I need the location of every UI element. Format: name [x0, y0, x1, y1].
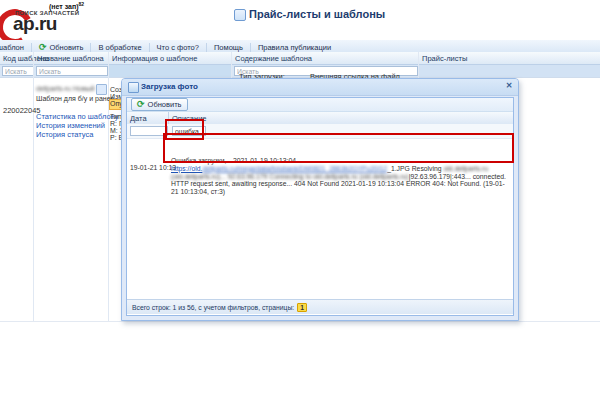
template-subtitle: Шаблон для б/у и ранее: [36, 95, 114, 102]
page-title: Прайс-листы и шаблоны: [249, 8, 385, 20]
log-text: _1.JPG Resolving: [387, 165, 443, 172]
link-change-history[interactable]: История изменений: [36, 121, 105, 130]
toolbar-separator: [90, 43, 91, 52]
modal-title: Загрузка фото: [141, 82, 198, 91]
footer-summary: Всего строк: 1 из 56, с учетом фильтров,…: [132, 304, 294, 311]
filter-input-code[interactable]: [2, 66, 34, 76]
toolbar-button-label: В обработке: [98, 43, 141, 52]
column-header-name[interactable]: Название шаблона: [37, 54, 104, 63]
template-code: 220022045: [3, 106, 41, 115]
toolbar-separator: [206, 43, 207, 52]
toolbar-button-label: Обновить: [49, 43, 83, 52]
column-divider: [33, 52, 34, 321]
toolbar-button-label: шаблон: [0, 43, 24, 52]
annotation-error-highlight: [163, 133, 514, 163]
page-number-badge[interactable]: 1: [297, 303, 307, 312]
filter-input-name[interactable]: [36, 66, 108, 76]
modal-refresh-label: Обновить: [148, 100, 182, 109]
column-header-pricelists[interactable]: Прайс-листы: [422, 54, 467, 63]
filter-cell-info: [109, 65, 231, 77]
link-template-statistics[interactable]: Статистика по шаблону: [36, 112, 118, 121]
counter-sup: 82: [79, 1, 85, 7]
photo-upload-modal: Загрузка фото ✕ ⟳ Обновить Дата Описание…: [121, 78, 519, 321]
brand-logo-text[interactable]: ap.ru: [13, 13, 57, 35]
column-header-info[interactable]: Информация о шаблоне: [112, 54, 197, 63]
content-bottom-divider: [0, 321, 600, 322]
modal-toolbar: ⟳ Обновить: [127, 98, 513, 112]
link-status-history[interactable]: История статуса: [36, 130, 93, 139]
column-header-content[interactable]: Содержание шаблона: [235, 54, 312, 63]
app-screen: ПОИСК ЗАПЧАСТЕЙ ap.ru (нет зап)82 Прайс-…: [0, 0, 600, 400]
brand-counter: (нет зап)82: [49, 1, 84, 10]
filter-cell-pricelists: [419, 65, 600, 77]
counter-text: (нет зап): [49, 3, 79, 10]
edit-icon[interactable]: [96, 84, 107, 95]
refresh-icon: ⟳: [137, 101, 145, 108]
grid-header: Код шаблона Название шаблона Информация …: [0, 52, 600, 65]
toolbar-button-label: Правила публикации: [258, 43, 331, 52]
modal-footer: Всего строк: 1 из 56, с учетом фильтров,…: [127, 299, 513, 314]
column-divider: [108, 52, 109, 321]
close-icon[interactable]: ✕: [504, 81, 514, 91]
photo-icon: [128, 82, 139, 93]
pricelists-icon: [234, 9, 246, 21]
log-link[interactable]: https://old.: [171, 165, 202, 172]
modal-column-date[interactable]: Дата: [130, 114, 147, 123]
log-row-date: 19-01-21 10:13: [130, 164, 176, 171]
modal-titlebar[interactable]: Загрузка фото ✕: [122, 79, 518, 96]
toolbar-button-label: Что с фото?: [157, 43, 199, 52]
log-link-redacted[interactable]: dellparts.ru/mega/data/fotobank/DM0821_2…: [202, 165, 387, 172]
toolbar-separator: [149, 43, 150, 52]
grid-filter-row: [0, 65, 600, 78]
template-name-link[interactable]: dellparts-ru Новый: [36, 85, 95, 92]
toolbar-button-label: Помощь: [214, 43, 243, 52]
toolbar-separator: [250, 43, 251, 52]
toolbar-separator: [31, 43, 32, 52]
refresh-icon: ⟳: [39, 44, 47, 51]
modal-refresh-button[interactable]: ⟳ Обновить: [131, 98, 188, 111]
